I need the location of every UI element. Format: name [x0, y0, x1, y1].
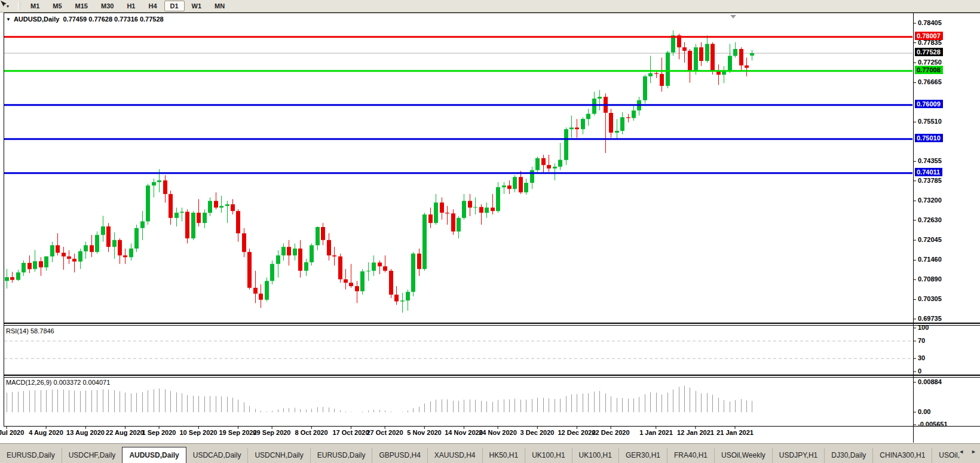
price-axis-label: 0.76665 [918, 78, 942, 85]
tab-scroll-left-button[interactable]: ◄ [956, 447, 966, 456]
price-level-badge: 0.74011 [915, 168, 942, 176]
price-level-badge: 0.76009 [915, 100, 943, 108]
date-axis-label: 5 Nov 2020 [407, 429, 441, 436]
rsi-axis-label: 0 [918, 367, 921, 375]
price-level-badge: 0.77528 [915, 48, 943, 56]
chart-tab-eurusd-daily[interactable]: EURUSD,Daily [0, 448, 62, 463]
chart-shift-marker-icon[interactable] [730, 15, 736, 19]
date-axis-label: 21 Jan 2021 [716, 429, 754, 436]
chart-menu-caret-icon[interactable]: ▼ [6, 17, 11, 22]
macd-axis-label: 0.00884 [918, 378, 942, 385]
rsi-axis-label: 100 [918, 324, 929, 331]
date-axis-label: 19 Sep 2020 [219, 429, 257, 436]
macd-histogram [7, 386, 752, 412]
chart-tab-usdchf-daily[interactable]: USDCHF,Daily [62, 448, 122, 463]
chart-symbol-label: AUDUSD,Daily [14, 16, 59, 23]
price-axis-label: 0.70890 [918, 275, 942, 283]
chart-frame-border [4, 13, 980, 13]
date-axis-border [4, 426, 980, 427]
main-price-panel[interactable] [4, 30, 913, 313]
date-axis-label: 10 Sep 2020 [180, 429, 218, 436]
chart-tab-china300-h1[interactable]: CHINA300,H1 [872, 448, 932, 463]
chart-tab-eurusd-daily[interactable]: EURUSD,Daily [310, 448, 372, 463]
price-axis-label: 0.73200 [918, 197, 942, 204]
chart-tab-usoil-weekly[interactable]: USOil,Weekly [714, 448, 772, 463]
price-level-badge: 0.75010 [915, 134, 943, 142]
price-axis-label: 0.72630 [918, 216, 942, 223]
rsi-axis-label: 70 [918, 337, 925, 344]
date-axis-label: 12 Dec 2020 [558, 429, 596, 436]
chart-tab-ger30-h1[interactable]: GER30,H1 [618, 448, 667, 463]
date-axis-label: 27 Oct 2020 [366, 429, 403, 436]
rsi-axis-label: 30 [918, 354, 925, 361]
chart-title[interactable]: ▼AUDUSD,Daily 0.77459 0.77628 0.77316 0.… [6, 16, 164, 23]
macd-axis-label: -0.005651 [918, 421, 948, 428]
date-axis-label: 1 Jan 2021 [639, 429, 673, 436]
price-level-badge: 0.78007 [915, 32, 943, 40]
price-axis-label: 0.71460 [918, 256, 942, 263]
date-axis-label: 14 Nov 2020 [445, 429, 483, 436]
chart-tab-audusd-daily[interactable]: AUDUSD,Daily [122, 447, 186, 463]
price-axis-label: 0.78405 [918, 19, 942, 26]
quote-high: 0.77628 [88, 16, 112, 23]
chart-tab-uk100-h1[interactable]: UK100,H1 [525, 448, 571, 463]
panel-separator[interactable] [4, 375, 980, 376]
chart-tab-hk50-h1[interactable]: HK50,H1 [482, 448, 525, 463]
panel-separator[interactable] [4, 323, 980, 324]
macd-axis-label: 0.00 [918, 408, 930, 415]
price-axis-label: 0.70305 [918, 295, 942, 302]
price-axis-label: 0.73785 [918, 177, 942, 184]
macd-panel[interactable] [7, 386, 752, 412]
price-axis-label: 0.77250 [918, 59, 942, 66]
panel-separator [4, 325, 980, 326]
price-level-badge: 0.77008 [915, 66, 943, 74]
quote-open: 0.77459 [63, 16, 87, 23]
chart-frame-border [4, 13, 4, 426]
chart-tab-gbpusd-h4[interactable]: GBPUSD,H4 [372, 448, 427, 463]
date-axis-label: 22 Aug 2020 [106, 429, 144, 436]
chart-tab-xauusd-h4[interactable]: XAUUSD,H4 [427, 448, 482, 463]
chart-tab-dj30-daily[interactable]: DJ30,Daily [824, 448, 872, 463]
tab-scroll-right-button[interactable]: ► [969, 447, 979, 456]
chart-tab-usdcad-daily[interactable]: USDCAD,Daily [186, 448, 248, 463]
date-axis-label: 1 Sep 2020 [142, 429, 176, 436]
date-axis-label: 25 Jul 2020 [0, 429, 24, 436]
date-axis-label: 8 Oct 2020 [295, 429, 327, 436]
date-axis-label: 24 Nov 2020 [479, 429, 517, 436]
price-axis-label: 0.69735 [918, 315, 942, 322]
price-axis-label: 0.74355 [918, 157, 942, 164]
chart-tab-fra40-h1[interactable]: FRA40,H1 [667, 448, 714, 463]
date-axis-label: 4 Aug 2020 [29, 429, 63, 436]
chart-tab-bar: EURUSD,DailyUSDCHF,DailyAUDUSD,DailyUSDC… [0, 443, 980, 463]
price-axis-border [913, 13, 914, 443]
chart-tab-uk100-h1[interactable]: UK100,H1 [572, 448, 618, 463]
price-axis-label: 0.75510 [918, 118, 942, 125]
date-axis-label: 3 Dec 2020 [520, 429, 555, 436]
date-axis-label: 17 Oct 2020 [332, 429, 369, 436]
chart-tab-usdcnh-daily[interactable]: USDCNH,Daily [247, 448, 310, 463]
date-axis-label: 22 Dec 2020 [592, 429, 630, 436]
quote-low: 0.77316 [114, 16, 138, 23]
date-axis-label: 12 Jan 2021 [677, 429, 714, 436]
trading-platform-window: ▼ M1M5M15M30H1H4D1W1MN ▼AUDUSD,Daily 0.7… [0, 0, 980, 463]
chart-tab-usdjpy-h1[interactable]: USDJPY,H1 [772, 448, 824, 463]
panel-separator [4, 377, 980, 378]
rsi-panel[interactable] [4, 341, 913, 358]
bearish-candle-wicks [13, 33, 747, 308]
date-axis-label: 13 Aug 2020 [66, 429, 105, 436]
quote-close: 0.77528 [140, 16, 164, 23]
price-axis-label: 0.72045 [918, 236, 942, 243]
macd-panel-label: MACD(12,26,9) 0.003372 0.004071 [6, 379, 110, 386]
rsi-panel-label: RSI(14) 58.7846 [6, 327, 54, 335]
chart-canvas[interactable] [0, 0, 980, 463]
date-axis-label: 29 Sep 2020 [253, 429, 291, 436]
